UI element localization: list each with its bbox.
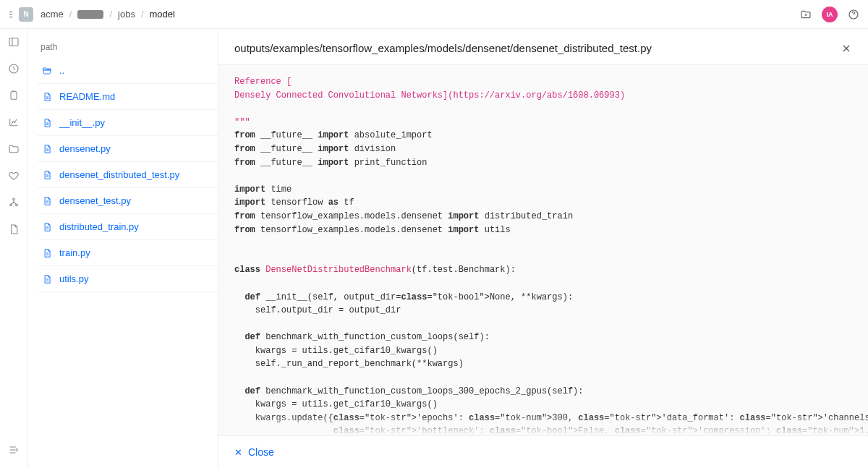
- crumb-sep: /: [109, 9, 112, 20]
- code-viewer: outputs/examples/tensorflow_examples/mod…: [218, 29, 868, 468]
- file-icon: [42, 248, 52, 258]
- file-row[interactable]: README.md: [38, 84, 218, 110]
- file-icon: [42, 144, 52, 154]
- file-row[interactable]: distributed_train.py: [38, 214, 218, 240]
- close-label: Close: [248, 446, 274, 458]
- viewer-path-title: outputs/examples/tensorflow_examples/mod…: [234, 42, 841, 54]
- file-name: densenet_test.py: [59, 195, 131, 206]
- file-row[interactable]: utils.py: [38, 266, 218, 292]
- file-icon: [42, 274, 52, 284]
- collapse-icon[interactable]: [8, 444, 20, 458]
- drag-handle-icon[interactable]: ⁝⁝: [9, 9, 12, 20]
- code-scroll-area[interactable]: Reference [ Densely Connected Convolutio…: [218, 64, 868, 435]
- folder-open-icon: [42, 66, 52, 76]
- file-name: README.md: [59, 91, 115, 102]
- chart-icon[interactable]: [8, 116, 20, 130]
- file-icon: [42, 222, 52, 232]
- file-name: train.py: [59, 247, 90, 258]
- topbar: ⁝⁝ N acme / / jobs / model IA: [0, 0, 868, 29]
- viewer-footer: ✕ Close: [218, 435, 868, 468]
- left-nav-rail: [0, 29, 27, 468]
- file-name: densenet_distributed_test.py: [59, 169, 179, 180]
- crumb-sep: /: [141, 9, 144, 20]
- crumb-sep: /: [69, 9, 72, 20]
- help-icon[interactable]: [848, 9, 859, 20]
- clock-icon[interactable]: [8, 63, 20, 77]
- avatar[interactable]: IA: [822, 7, 838, 22]
- file-row[interactable]: densenet_test.py: [38, 188, 218, 214]
- svg-point-6: [15, 204, 17, 206]
- file-icon: [42, 92, 52, 102]
- file-row[interactable]: densenet_distributed_test.py: [38, 162, 218, 188]
- file-panel-title: path: [38, 42, 218, 58]
- panel-icon[interactable]: [8, 36, 20, 50]
- viewer-header: outputs/examples/tensorflow_examples/mod…: [218, 29, 868, 64]
- file-row[interactable]: train.py: [38, 240, 218, 266]
- close-x-glyph: ✕: [234, 447, 242, 458]
- close-icon[interactable]: [841, 43, 852, 54]
- topbar-actions: IA: [800, 7, 859, 22]
- clipboard-icon[interactable]: [8, 90, 20, 103]
- breadcrumb: acme / / jobs / model: [41, 9, 175, 20]
- file-row-parent[interactable]: ..: [38, 58, 218, 84]
- crumb-current[interactable]: model: [150, 9, 175, 20]
- close-button[interactable]: ✕ Close: [234, 446, 274, 458]
- file-name: ..: [59, 65, 64, 76]
- code-content: Reference [ Densely Connected Convolutio…: [234, 75, 868, 435]
- file-name: __init__.py: [59, 117, 105, 128]
- file-name: distributed_train.py: [59, 221, 139, 232]
- file-row[interactable]: __init__.py: [38, 110, 218, 136]
- crumb-section[interactable]: jobs: [118, 9, 135, 20]
- file-panel: path .. README.md __init__.py densenet.p…: [27, 29, 218, 468]
- file-icon: [42, 118, 52, 128]
- tree-icon[interactable]: [8, 197, 20, 210]
- file-row[interactable]: densenet.py: [38, 136, 218, 162]
- crumb-org[interactable]: acme: [41, 9, 64, 20]
- svg-point-5: [9, 204, 12, 206]
- file-icon: [42, 170, 52, 180]
- document-icon[interactable]: [8, 224, 20, 237]
- file-name: densenet.py: [59, 143, 111, 154]
- file-icon: [42, 196, 52, 206]
- workspace-badge[interactable]: N: [19, 7, 33, 22]
- folder-icon[interactable]: [8, 143, 20, 157]
- heart-icon[interactable]: [8, 170, 20, 184]
- svg-point-4: [12, 198, 14, 200]
- svg-rect-3: [11, 92, 17, 100]
- file-name: utils.py: [59, 273, 88, 284]
- crumb-project-redacted[interactable]: [77, 10, 103, 19]
- svg-rect-1: [9, 38, 18, 46]
- folder-add-icon[interactable]: [800, 9, 812, 20]
